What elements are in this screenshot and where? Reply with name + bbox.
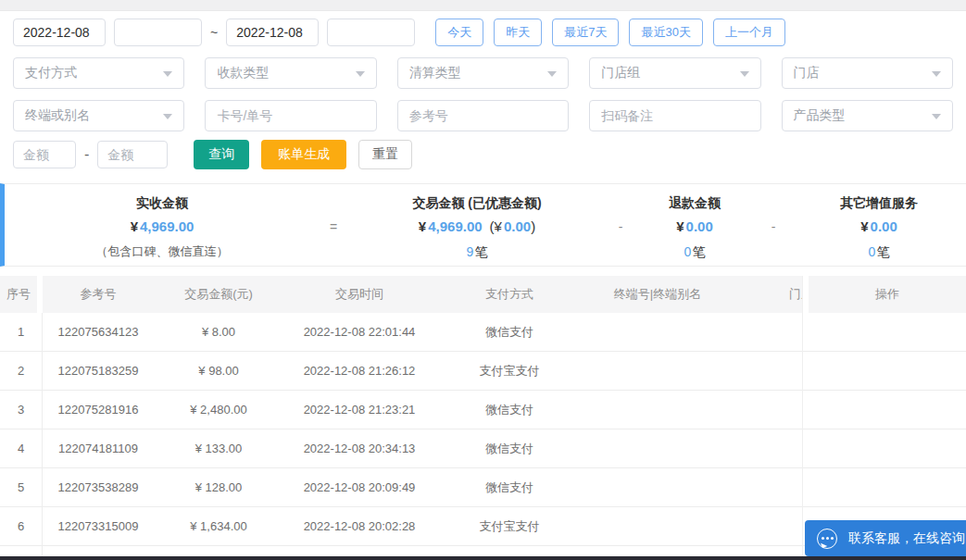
other-services-value: ¥0.00 [792, 213, 966, 241]
cell-index: 3 [0, 391, 43, 429]
start-time-input[interactable] [114, 19, 202, 46]
settlement-type-select[interactable]: 清算类型 [397, 57, 569, 89]
col-header-index: 序号 [0, 276, 43, 313]
filter-panel: ~ 今天 昨天 最近7天 最近30天 上一个月 支付方式 收款类型 清算类型 门… [0, 19, 966, 169]
table-scroll-area[interactable]: 序号 参考号 交易金额(元) 交易时间 支付方式 终端号|终端别名 门店 1 1… [0, 276, 803, 560]
cell-actions [803, 352, 966, 391]
quick-range-buttons: 今天 昨天 最近7天 最近30天 上一个月 [435, 19, 785, 46]
cell-terminal [583, 429, 732, 468]
count-unit: 笔 [876, 244, 889, 259]
chevron-down-icon [932, 71, 941, 77]
minus-separator: - [607, 193, 634, 259]
last-7-days-button[interactable]: 最近7天 [552, 19, 619, 46]
last-month-button[interactable]: 上一个月 [713, 19, 785, 46]
chevron-down-icon [163, 71, 172, 77]
generate-bill-button[interactable]: 账单生成 [261, 140, 346, 169]
discount-close: ) [531, 218, 535, 234]
card-number-input[interactable] [205, 100, 376, 131]
scan-remark-input[interactable] [589, 100, 760, 131]
yen-sign: ¥ [131, 218, 138, 234]
settlement-type-placeholder: 清算类型 [409, 65, 461, 81]
store-group-select[interactable]: 门店组 [589, 57, 760, 89]
cell-amount: ¥ 128.00 [154, 468, 283, 507]
summary-trade: 交易金额 (已优惠金额) ¥4,969.00(¥0.00) 9笔 [347, 193, 607, 259]
product-type-select[interactable]: 产品类型 [782, 100, 953, 131]
refund-count-number: 0 [684, 244, 692, 259]
refund-amount-label: 退款金额 [634, 193, 755, 213]
cell-time: 2022-12-08 20:09:49 [283, 468, 435, 507]
amount-min-input[interactable] [13, 141, 76, 168]
received-amount-label: 实收金额 [5, 193, 320, 213]
amount-max-input[interactable] [97, 141, 168, 168]
col-header-store: 门店 [732, 276, 803, 313]
table-row: 3 122075281916 ¥ 2,480.00 2022-12-08 21:… [0, 391, 803, 429]
col-header-actions: 操作 [803, 276, 966, 313]
cell-method: 支付宝支付 [435, 352, 583, 391]
top-strip [0, 0, 966, 11]
store-select[interactable]: 门店 [782, 57, 953, 89]
cell-method: 微信支付 [435, 468, 583, 507]
cell-time: 2022-12-08 20:34:13 [283, 429, 435, 468]
yen-sign: ¥ [419, 218, 426, 234]
receipt-type-placeholder: 收款类型 [217, 65, 269, 81]
col-header-reference: 参考号 [43, 276, 154, 313]
end-date-input[interactable] [226, 19, 319, 46]
other-services-number: 0.00 [871, 218, 897, 234]
cell-time: 2022-12-08 22:01:44 [283, 313, 435, 352]
cell-terminal [583, 352, 732, 391]
table-row: 1 122075634123 ¥ 8.00 2022-12-08 22:01:4… [0, 313, 803, 352]
start-date-input[interactable] [13, 19, 106, 46]
cell-terminal [583, 391, 732, 429]
other-services-label: 其它增值服务 [792, 193, 966, 213]
trade-amount-label: 交易金额 (已优惠金额) [347, 193, 607, 213]
trade-count-number: 9 [467, 244, 474, 259]
table-row: 6 122073315009 ¥ 1,634.00 2022-12-08 20:… [0, 507, 803, 546]
receipt-type-select[interactable]: 收款类型 [205, 57, 376, 89]
cell-amount: ¥ 98.00 [154, 352, 283, 391]
today-button[interactable]: 今天 [435, 19, 483, 46]
payment-method-placeholder: 支付方式 [25, 65, 77, 81]
payment-method-select[interactable]: 支付方式 [13, 57, 184, 89]
table-row: 4 122074181109 ¥ 133.00 2022-12-08 20:34… [0, 429, 803, 468]
amount-action-row: - 查询 账单生成 重置 [13, 140, 953, 169]
cell-store [732, 352, 803, 391]
received-amount-value: ¥4,969.00 [5, 213, 320, 241]
cell-reference: 122074181109 [43, 429, 154, 468]
reset-button[interactable]: 重置 [358, 140, 412, 169]
cell-method: 微信支付 [435, 391, 583, 429]
terminal-alias-select[interactable]: 终端或别名 [13, 100, 184, 131]
discount-number: 0.00 [504, 218, 531, 234]
search-button[interactable]: 查询 [194, 140, 249, 169]
cell-index: 1 [0, 313, 43, 352]
cell-actions [803, 429, 966, 468]
refund-count: 0笔 [634, 241, 755, 263]
cell-reference: 122075634123 [43, 313, 154, 352]
trade-count: 9笔 [347, 241, 607, 263]
last-30-days-button[interactable]: 最近30天 [629, 19, 702, 46]
cell-store [732, 313, 803, 352]
cell-amount: ¥ 133.00 [154, 429, 283, 468]
count-unit: 笔 [474, 244, 487, 259]
filter-row-selects: 支付方式 收款类型 清算类型 门店组 门店 [13, 57, 953, 89]
reference-number-input[interactable] [397, 100, 569, 131]
yesterday-button[interactable]: 昨天 [494, 19, 542, 46]
cell-index: 2 [0, 352, 43, 391]
cell-reference: 122075281916 [43, 391, 154, 429]
chevron-down-icon [163, 114, 172, 119]
refund-amount-value: ¥0.00 [634, 213, 755, 241]
customer-service-button[interactable]: 联系客服，在线咨询 [805, 520, 966, 556]
equals-separator: = [320, 193, 347, 259]
minus-separator: - [755, 193, 792, 259]
col-header-method: 支付方式 [435, 276, 583, 313]
count-unit: 笔 [692, 244, 705, 259]
received-amount-number: 4,969.00 [140, 218, 194, 234]
received-amount-note: （包含口碑、微信直连） [5, 241, 320, 263]
end-time-input[interactable] [327, 19, 415, 46]
terminal-alias-placeholder: 终端或别名 [25, 107, 90, 124]
cell-reference: 122073538289 [43, 468, 154, 507]
cell-actions [803, 391, 966, 429]
cell-actions [803, 313, 966, 352]
cell-amount: ¥ 8.00 [154, 313, 283, 352]
transactions-table: 序号 参考号 交易金额(元) 交易时间 支付方式 终端号|终端别名 门店 1 1… [0, 276, 966, 560]
chevron-down-icon [740, 71, 749, 77]
